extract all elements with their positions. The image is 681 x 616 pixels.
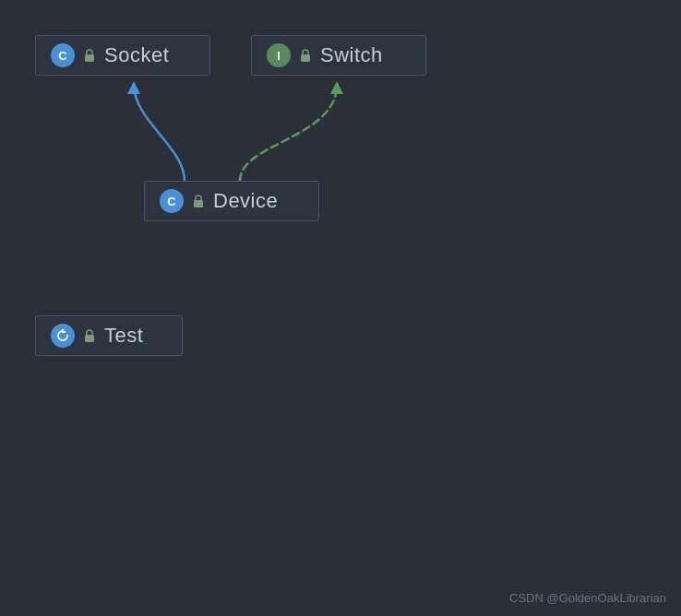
test-icon — [51, 324, 75, 348]
device-label: Device — [213, 189, 278, 213]
test-label: Test — [104, 324, 143, 348]
device-node[interactable]: C Device — [144, 181, 319, 221]
switch-icon: I — [267, 43, 291, 67]
svg-rect-3 — [301, 54, 310, 62]
socket-lock-icon — [82, 48, 97, 63]
socket-node[interactable]: C Socket — [35, 35, 210, 76]
connections-layer — [0, 0, 681, 616]
socket-label: Socket — [104, 43, 169, 67]
device-icon: C — [160, 189, 184, 213]
svg-rect-5 — [85, 335, 94, 342]
switch-label: Switch — [320, 43, 383, 67]
svg-marker-1 — [330, 81, 343, 94]
device-lock-icon — [191, 194, 206, 208]
test-lock-icon — [82, 328, 97, 343]
socket-icon: C — [51, 43, 75, 67]
svg-rect-2 — [85, 54, 94, 62]
svg-marker-0 — [127, 81, 140, 94]
watermark: CSDN @GoldenOakLibrarian — [509, 591, 666, 605]
switch-node[interactable]: I Switch — [251, 35, 426, 76]
svg-rect-4 — [194, 200, 203, 207]
switch-lock-icon — [298, 48, 313, 63]
test-node[interactable]: Test — [35, 315, 183, 356]
